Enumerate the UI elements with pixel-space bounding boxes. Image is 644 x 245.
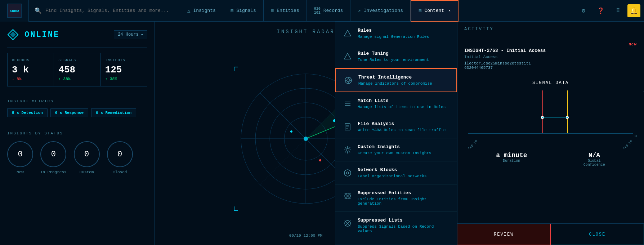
metrics-grid: RECORDS 3 k ↓ 8% SIGNALS 458 ↑ 38% INSIG… [7,53,147,86]
custom-value: 0 [84,150,89,159]
nav-item-records[interactable]: 010101 Records [307,0,351,22]
radar-timestamp: 09/19 12:00 PM [289,233,322,238]
menu-item-network-blocks[interactable]: Network Blocks Label organizational netw… [335,161,457,184]
divider-top [7,48,147,48]
svg-point-49 [346,172,349,174]
suppressed-lists-subtitle: Suppress Signals based on Record values [358,224,450,233]
svg-marker-25 [344,53,351,59]
custom-circle: 0 [74,141,100,167]
settings-button[interactable]: ⚙️ [576,3,591,19]
close-button[interactable]: CLOSE [551,224,644,245]
circles-row: 0 New 0 In Progress 0 Custom 0 Cl [7,141,147,174]
response-label: Response [64,111,84,115]
signals-label: SIGNALS [58,58,96,62]
metric-signals: SIGNALS 458 ↑ 38% [54,53,100,86]
closed-value: 0 [117,150,122,159]
insight-card: New INSIGHT-2763 - Initial Access Initia… [457,37,644,75]
time-selector[interactable]: 24 Hours ▾ [114,30,147,39]
menu-item-rules[interactable]: Rules Manage signal Generation Rules [335,22,457,45]
chart-area: 10 0 Sep 19 Sep 19 [468,90,633,134]
menu-item-rule-tuning[interactable]: Rule Tuning Tune Rules to your environme… [335,45,457,68]
apps-button[interactable]: ⠿ [610,3,626,19]
signals-change: ↑ 38% [58,77,96,81]
menu-item-suppressed-lists[interactable]: Suppressed Lists Suppress Signals based … [335,212,457,239]
help-button[interactable]: ❓ [593,3,609,19]
in-progress-circle: 0 [40,141,66,167]
entity-info: llector_cse25minsse2etestit1 63204446573… [464,61,637,70]
detection-value: 8 s [12,111,19,115]
new-circle: 0 [7,141,33,167]
remediation-label: Remediation [106,111,132,115]
insights-change: ↑ 38% [105,77,143,81]
activity-header: ACTIVITY [457,22,644,37]
divider-mid [7,94,147,94]
content-dropdown-menu: Rules Manage signal Generation Rules Rul… [335,22,457,245]
logo-area[interactable]: sumo [0,0,29,22]
svg-line-44 [345,147,346,148]
menu-item-match-lists[interactable]: Match Lists Manage lists of items to use… [335,92,457,115]
svg-point-48 [344,170,351,176]
menu-item-custom-insights[interactable]: Custom Insights Create your own custom I… [335,138,457,161]
menu-item-suppressed-entities[interactable]: Suppressed Entities Exclude Entities fro… [335,184,457,212]
review-button[interactable]: REVIEW [457,224,551,245]
records-change: ↓ 8% [12,77,49,81]
status-new: 0 New [7,141,33,174]
status-custom: 0 Custom [74,141,100,174]
threat-intelligence-icon [343,75,353,85]
network-blocks-text: Network Blocks Label organizational netw… [358,167,426,178]
status-in-progress: 0 In Progress [40,141,67,174]
chart-date-left: Sep 19 [468,139,478,150]
search-input[interactable] [45,8,174,13]
nav-item-insights[interactable]: △ Insights [180,0,223,22]
activity-title: ACTIVITY [464,27,637,32]
top-navigation: sumo 🔍 △ Insights ⊞ Signals ≡ Entities 0… [0,0,644,22]
signals-value: 458 [58,64,96,75]
radar-title: INSIGHT RADAR [277,29,335,35]
connector-line [542,117,567,117]
metrics-badges: 8 s Detection 0 s Response 0 s Remediati… [7,108,147,117]
badge-detection: 8 s Detection [7,108,48,117]
insight-title: INSIGHT-2763 - Initial Access [464,48,637,53]
suppressed-entities-icon [343,191,353,201]
network-blocks-subtitle: Label organizational networks [358,174,426,178]
nav-label-entities: Entities [277,8,299,13]
svg-point-15 [304,137,308,141]
suppressed-entities-subtitle: Exclude Entities from Insight generation [358,197,450,206]
new-badge: New [464,42,637,46]
duration-value: a minute [496,152,527,159]
logo: sumo [7,4,22,18]
status-closed: 0 Closed [107,141,133,174]
badge-remediation: 0 s Remediation [91,108,136,117]
rules-icon [343,28,353,39]
notification-button[interactable]: 🔔 [627,4,640,17]
chart-date-right: Sep 19 [622,139,633,150]
svg-rect-17 [234,67,234,71]
divider-status [7,126,147,126]
rules-subtitle: Manage signal Generation Rules [358,35,429,39]
content-icon: ⊟ [419,8,421,14]
menu-item-file-analysis[interactable]: File Analysis Write YARA Rules to scan f… [335,115,457,138]
search-area: 🔍 [29,0,180,22]
nav-label-insights: Insights [193,8,215,13]
threat-intelligence-subtitle: Manage indicators of compromise [358,81,432,86]
svg-marker-1 [10,32,16,37]
confidence-label: Global Confidence [583,159,605,167]
insight-metrics-title: INSIGHT METRICS [7,99,147,103]
custom-insights-title: Custom Insights [358,144,431,150]
duration-label: Duration [496,159,527,163]
stat-confidence: N/A Global Confidence [583,152,605,167]
custom-label: Custom [80,170,94,174]
nav-label-investigations: Investigations [364,8,403,13]
entity-line1: llector_cse25minsse2etestit1 [464,61,637,66]
chart-line-red [542,90,543,133]
file-analysis-text: File Analysis Write YARA Rules to scan f… [358,121,446,132]
nav-item-investigations[interactable]: ↗ Investigations [350,0,411,22]
match-lists-text: Match Lists Manage lists of items to use… [358,98,446,109]
nav-item-entities[interactable]: ≡ Entities [264,0,307,22]
nav-item-signals[interactable]: ⊞ Signals [223,0,264,22]
status-section: INSIGHTS BY STATUS 0 New 0 In Progress 0… [7,131,147,174]
new-value: 0 [18,150,22,159]
signal-data-section: Signal Data 10 0 Sep 19 Sep 19 a minute … [457,75,644,172]
menu-item-threat-intelligence[interactable]: Threat Intelligence Manage indicators of… [335,68,457,92]
nav-item-content[interactable]: ⊟ Content ∧ [411,0,459,22]
